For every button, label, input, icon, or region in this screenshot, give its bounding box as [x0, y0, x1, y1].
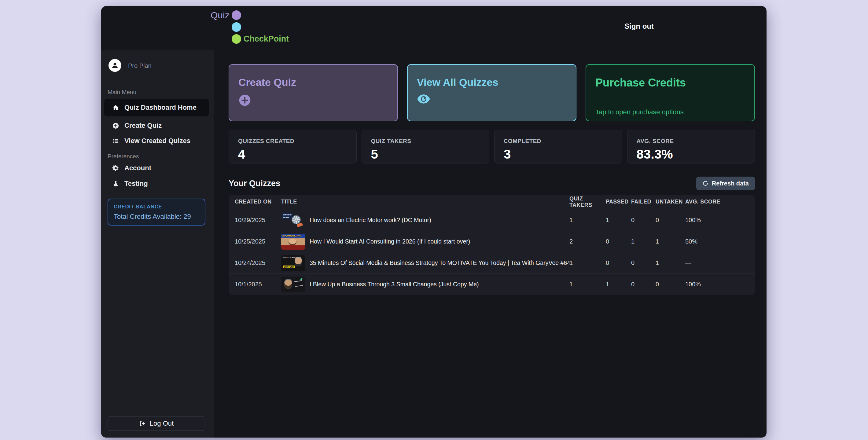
untaken-value: 0	[656, 217, 685, 224]
gear-icon	[112, 165, 119, 172]
person-icon	[111, 61, 119, 69]
col-failed: FAILED	[631, 199, 656, 205]
create-quiz-card[interactable]: Create Quiz	[228, 64, 398, 121]
avg-score-value: —	[685, 259, 755, 266]
col-untaken: UNTAKEN	[656, 199, 685, 205]
failed-value: 1	[631, 238, 656, 245]
sidebar-item-label: Quiz Dashboard Home	[124, 103, 196, 112]
passed-value: 1	[606, 281, 631, 288]
quiz-takers-value: 2	[569, 238, 606, 245]
stat-value: 5	[371, 147, 480, 162]
sidebar-item-label: Create Quiz	[124, 122, 162, 130]
refresh-data-label: Refresh data	[712, 180, 749, 187]
app-logo: Quiz CheckPoint	[211, 9, 289, 45]
col-avg-score: AVG. SCORE	[685, 199, 755, 205]
purchase-credits-card-title: Purchase Credits	[595, 76, 745, 89]
avatar	[108, 59, 121, 72]
sidebar-item-account[interactable]: Account	[104, 161, 209, 176]
refresh-data-button[interactable]: Refresh data	[696, 177, 755, 190]
quiz-title: How I Would Start AI Consulting in 2026 …	[310, 238, 470, 245]
quiz-title: I Blew Up a Business Through 3 Small Cha…	[310, 281, 478, 288]
table-row[interactable]: 10/24/2025 MAKE F*CKING CONTENT 35 Minut…	[228, 252, 755, 274]
credit-balance-text: Total Credits Available: 29	[114, 213, 199, 221]
failed-value: 0	[631, 217, 656, 224]
col-created-on: CREATED ON	[235, 199, 281, 205]
thumbnail-label: CONTENT	[283, 265, 295, 268]
main-menu-label: Main Menu	[107, 89, 136, 96]
purchase-credits-card[interactable]: Purchase Credits Tap to open purchase op…	[586, 64, 755, 121]
stat-label: QUIZZES CREATED	[238, 138, 347, 145]
stat-card-quiz-takers: QUIZ TAKERS 5	[362, 130, 490, 163]
credit-balance-title: CREDIT BALANCE	[114, 204, 199, 210]
stat-label: AVG. SCORE	[637, 138, 746, 145]
logout-icon	[140, 420, 146, 427]
table-row[interactable]: 10/25/2025 AI CONSULTING How I Would Sta…	[228, 231, 755, 252]
sidebar-divider	[107, 150, 206, 150]
quiz-title: How does an Electric Motor work? (DC Mot…	[310, 217, 431, 224]
thumbnail-label: AI CONSULTING	[282, 234, 301, 237]
failed-value: 0	[631, 281, 656, 288]
view-all-quizzes-card[interactable]: View All Quizzes	[407, 64, 577, 121]
quiz-takers-value: 1	[569, 281, 606, 288]
home-icon	[112, 104, 119, 111]
sidebar: Pro Plan Main Menu Quiz Dashboard Home C…	[101, 50, 214, 438]
col-passed: PASSED	[606, 199, 631, 205]
quiz-thumbnail: MAKE F*CKING CONTENT	[281, 255, 305, 271]
create-quiz-card-title: Create Quiz	[238, 76, 388, 88]
stat-value: 4	[238, 147, 347, 162]
stat-card-completed: COMPLETED 3	[494, 130, 622, 163]
logo-word-checkpoint: CheckPoint	[244, 34, 289, 44]
app-window: Quiz CheckPoint Sign out Pro Plan Main M…	[101, 6, 767, 438]
quizzes-header-row: Your Quizzes Refresh data	[228, 174, 755, 193]
quiz-thumbnail: AI CONSULTING	[281, 234, 305, 250]
stat-card-avg-score: AVG. SCORE 83.3%	[627, 130, 755, 163]
sidebar-divider	[107, 85, 206, 85]
passed-value: 1	[606, 217, 631, 224]
purchase-credits-card-subtitle: Tap to open purchase options	[595, 108, 745, 116]
sidebar-item-view-created-quizes[interactable]: View Created Quizes	[104, 133, 209, 148]
thumbnail-microtext: MAKE F*CKING	[283, 257, 297, 259]
stats-row: QUIZZES CREATED 4 QUIZ TAKERS 5 COMPLETE…	[228, 130, 755, 163]
passed-value: 0	[606, 238, 631, 245]
table-row[interactable]: 10/29/2025 Electric Motor How does an El…	[228, 209, 755, 231]
avg-score-value: 100%	[685, 281, 755, 288]
quizzes-table: CREATED ON TITLE QUIZ TAKERS PASSED FAIL…	[228, 195, 755, 295]
quiz-created-on: 10/29/2025	[235, 217, 281, 224]
plus-circle-icon	[238, 94, 251, 107]
plus-circle-icon	[112, 122, 119, 129]
stat-label: QUIZ TAKERS	[371, 138, 480, 145]
quiz-created-on: 10/24/2025	[235, 259, 281, 266]
log-out-label: Log Out	[150, 419, 174, 428]
stat-value: 83.3%	[637, 147, 746, 162]
logo-dot-green	[232, 34, 241, 44]
credit-balance-card[interactable]: CREDIT BALANCE Total Credits Available: …	[107, 199, 206, 225]
sign-out-button[interactable]: Sign out	[624, 22, 654, 31]
stat-card-quizzes-created: QUIZZES CREATED 4	[228, 130, 357, 163]
col-quiz-takers: QUIZ TAKERS	[569, 195, 606, 209]
logo-dot-cyan	[232, 22, 241, 32]
preferences-label: Preferences	[107, 153, 139, 160]
quiz-thumbnail	[281, 277, 305, 292]
quiz-thumbnail: Electric Motor	[281, 212, 305, 228]
untaken-value: 1	[656, 238, 685, 245]
sidebar-item-label: Testing	[124, 180, 148, 188]
col-title: TITLE	[281, 199, 569, 205]
sidebar-item-dashboard-home[interactable]: Quiz Dashboard Home	[104, 99, 209, 117]
avg-score-value: 100%	[685, 217, 755, 224]
refresh-icon	[702, 180, 709, 186]
sidebar-item-create-quiz[interactable]: Create Quiz	[104, 118, 209, 133]
sidebar-item-testing[interactable]: Testing	[104, 176, 209, 191]
log-out-button[interactable]: Log Out	[107, 416, 206, 431]
table-row[interactable]: 10/1/2025 I Blew Up a Business Through 3…	[228, 274, 755, 295]
untaken-value: 0	[656, 281, 685, 288]
quizzes-section-title: Your Quizzes	[228, 179, 280, 188]
thumbnail-label: Electric Motor	[282, 213, 292, 219]
avg-score-value: 50%	[685, 238, 755, 245]
stat-label: COMPLETED	[504, 138, 613, 145]
quiz-title: 35 Minutes Of Social Media & Business St…	[310, 259, 569, 266]
quiz-takers-value: 1	[569, 259, 606, 266]
action-card-row: Create Quiz View All Quizzes Purchase Cr…	[228, 64, 755, 121]
passed-value: 0	[606, 259, 631, 266]
table-header-row: CREATED ON TITLE QUIZ TAKERS PASSED FAIL…	[228, 195, 755, 209]
logo-word-quiz: Quiz	[211, 10, 229, 21]
